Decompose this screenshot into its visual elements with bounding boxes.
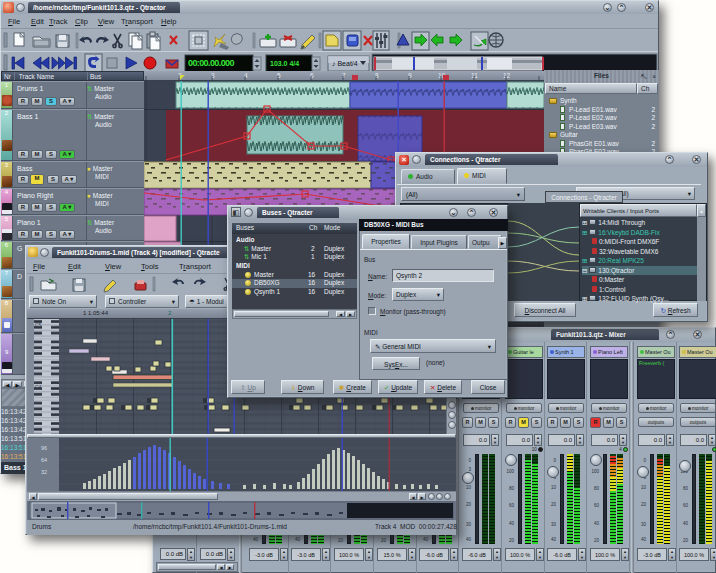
svg-text:♪ Beat/4: ♪ Beat/4 (332, 60, 358, 67)
svg-text:103.0 4/4: 103.0 4/4 (270, 60, 299, 67)
svg-text:00:00.00.000: 00:00.00.000 (188, 58, 234, 68)
svg-text:11: 11 (471, 72, 478, 79)
svg-text:96: 96 (41, 445, 47, 451)
svg-text:12: 12 (503, 72, 511, 79)
svg-text:32: 32 (41, 469, 47, 475)
svg-text:64: 64 (41, 457, 47, 463)
